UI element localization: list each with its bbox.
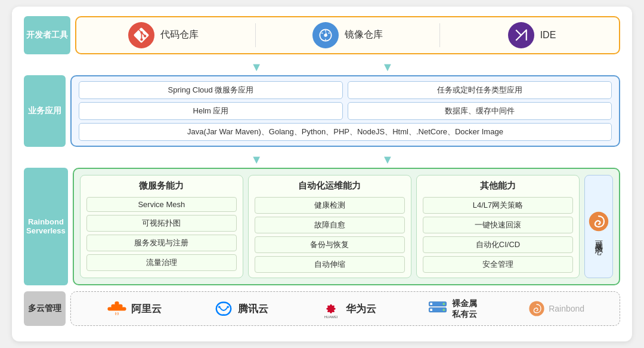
svg-rect-19 <box>431 303 433 305</box>
svg-point-0 <box>324 33 327 36</box>
bizapps-row: 业务应用 Spring Cloud 微服务应用 任务或定时任务类型应用 Helm… <box>24 75 620 147</box>
huawei-item: HUAWEI 华为云 <box>320 298 376 319</box>
watermark-text: Rainbond <box>549 304 584 313</box>
cap-micro-item2: 服务发现与注册 <box>86 235 237 251</box>
devtools-box: 代码仓库 镜像仓库 <box>75 16 620 54</box>
multicloud-label: 多云管理 <box>24 291 66 326</box>
arrows-row2: ▼ ▼ <box>24 153 620 167</box>
biz-springcloud: Spring Cloud 微服务应用 <box>79 81 343 99</box>
image-repo-label: 镜像仓库 <box>345 29 383 41</box>
main-container: 开发者工具 代码仓库 <box>12 7 632 341</box>
cap-devops-item3: 自动伸缩 <box>255 256 405 273</box>
biz-langs: Java(Jar War Maven)、Golang、Python、PHP、No… <box>79 123 612 141</box>
multicloud-box: (-) 阿里云 腾讯云 <box>70 291 620 326</box>
biz-helm: Helm 应用 <box>79 102 343 120</box>
devtools-row: 开发者工具 代码仓库 <box>24 16 620 54</box>
devtools-label: 开发者工具 <box>24 16 70 54</box>
tencent-icon <box>213 300 234 317</box>
code-repo-label: 代码仓库 <box>160 29 199 41</box>
arrows-row1: ▼ ▼ <box>24 60 620 74</box>
aliyun-item: (-) 阿里云 <box>106 300 162 317</box>
watermark-area: Rainbond <box>528 300 584 317</box>
cap-devops-item1: 故障自愈 <box>255 217 405 233</box>
svg-rect-4 <box>114 301 119 305</box>
rainbond-row: Rainbond Serverless 微服务能力 Service Mesh 可… <box>24 168 620 285</box>
cap-devops-item2: 备份与恢复 <box>255 236 405 253</box>
huawei-label: 华为云 <box>346 302 376 316</box>
biz-db: 数据库、缓存中间件 <box>348 102 612 120</box>
cap-micro-title: 微服务能力 <box>139 180 184 192</box>
svg-point-21 <box>443 303 445 305</box>
bare-label: 裸金属私有云 <box>452 298 477 319</box>
cap-other-item1: 一键快速回滚 <box>423 217 573 233</box>
harbor-icon <box>312 22 339 48</box>
arrow4: ▼ <box>382 153 394 167</box>
rainbond-outer: 微服务能力 Service Mesh 可视拓扑图 服务发现与注册 流量治理 自动… <box>73 168 620 285</box>
cap-other-item0: L4/L7网关策略 <box>423 197 573 214</box>
aliyun-icon: (-) <box>106 300 128 317</box>
bizapps-box: Spring Cloud 微服务应用 任务或定时任务类型应用 Helm 应用 数… <box>70 75 620 147</box>
cap-micro-item0: Service Mesh <box>86 197 237 212</box>
bare-item: 裸金属私有云 <box>427 298 477 319</box>
cap-other-title: 其他能力 <box>480 180 516 192</box>
svg-point-23 <box>530 301 544 316</box>
bare-icon <box>427 300 448 317</box>
git-icon <box>128 22 154 48</box>
biz-task: 任务或定时任务类型应用 <box>348 81 612 99</box>
observe-box: 可观测性中心 <box>584 175 613 278</box>
cap-devops-item0: 健康检测 <box>255 197 405 214</box>
cap-microservice: 微服务能力 Service Mesh 可视拓扑图 服务发现与注册 流量治理 <box>80 175 243 278</box>
cap-micro-item3: 流量治理 <box>86 254 237 271</box>
biz-row1: Spring Cloud 微服务应用 任务或定时任务类型应用 <box>79 81 612 99</box>
tool-item-image: 镜像仓库 <box>270 22 425 48</box>
tool-item-code: 代码仓库 <box>86 22 241 48</box>
divider1 <box>255 23 256 47</box>
tencent-label: 腾讯云 <box>238 302 268 316</box>
rainbond-label: Rainbond Serverless <box>24 168 68 285</box>
biz-row2: Helm 应用 数据库、缓存中间件 <box>79 102 612 120</box>
tool-item-ide: IDE <box>454 22 609 48</box>
cap-other: 其他能力 L4/L7网关策略 一键快速回滚 自动化CI/CD 安全管理 <box>416 175 580 278</box>
huawei-icon: HUAWEI <box>320 298 342 319</box>
svg-text:HUAWEI: HUAWEI <box>324 315 338 319</box>
rainbond-spiral-icon <box>528 300 545 317</box>
svg-rect-20 <box>431 309 433 311</box>
arrow1: ▼ <box>250 60 262 74</box>
aliyun-label: 阿里云 <box>131 302 162 316</box>
cap-other-item3: 安全管理 <box>423 256 573 273</box>
bizapps-label: 业务应用 <box>24 75 66 147</box>
svg-point-6 <box>218 306 221 309</box>
vs-icon <box>508 22 534 48</box>
svg-point-7 <box>227 306 229 309</box>
biz-row3: Java(Jar War Maven)、Golang、Python、PHP、No… <box>79 123 612 141</box>
observe-text: 可观测性中心 <box>593 235 604 242</box>
multicloud-row: 多云管理 (-) 阿里云 腾讯云 <box>24 291 620 326</box>
svg-point-22 <box>443 309 445 311</box>
cap-devops-title: 自动化运维能力 <box>298 180 361 192</box>
cap-devops: 自动化运维能力 健康检测 故障自愈 备份与恢复 自动伸缩 <box>248 175 411 278</box>
cap-micro-item1: 可视拓扑图 <box>86 215 237 232</box>
tencent-item: 腾讯云 <box>213 300 268 317</box>
observe-icon <box>588 211 609 232</box>
cap-other-item2: 自动化CI/CD <box>423 236 573 253</box>
svg-text:(-): (-) <box>115 312 119 315</box>
arrow2: ▼ <box>382 60 394 74</box>
divider2 <box>439 23 440 47</box>
ide-label: IDE <box>540 30 556 41</box>
arrow3: ▼ <box>250 153 262 167</box>
